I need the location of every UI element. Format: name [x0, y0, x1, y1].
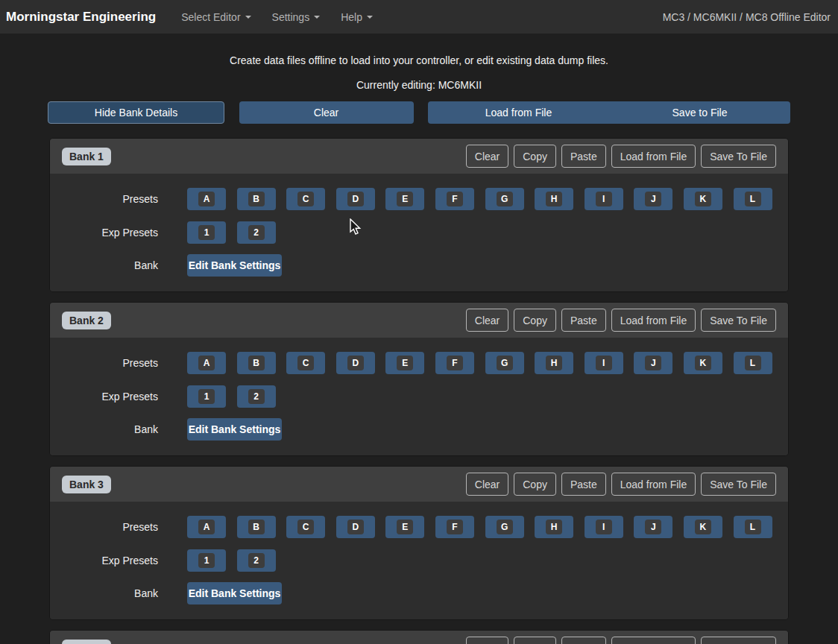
bank-load-from-file-button[interactable]: Load from File	[611, 473, 696, 496]
bank-save-to-file-button[interactable]: Save To File	[701, 145, 776, 168]
bank-section: Bank 3ClearCopyPasteLoad from FileSave T…	[49, 466, 789, 620]
bank-clear-button[interactable]: Clear	[466, 637, 508, 644]
preset-button-b[interactable]: B	[237, 516, 276, 538]
exp-preset-button-1[interactable]: 1	[187, 221, 226, 244]
bank-copy-button[interactable]: Copy	[514, 473, 556, 496]
bank-settings-row: BankEdit Bank Settings	[50, 582, 776, 604]
bank-save-to-file-button[interactable]: Save To File	[701, 637, 776, 644]
preset-button-b[interactable]: B	[237, 188, 276, 210]
bank-clear-button[interactable]: Clear	[466, 473, 508, 496]
menu-settings[interactable]: Settings	[272, 11, 321, 23]
bank-load-from-file-button[interactable]: Load from File	[611, 637, 696, 644]
preset-button-k[interactable]: K	[684, 516, 722, 538]
edit-bank-settings-button[interactable]: Edit Bank Settings	[187, 254, 282, 277]
preset-key-label: I	[596, 192, 612, 206]
menu-select-editor[interactable]: Select Editor	[181, 11, 251, 23]
bank-copy-button[interactable]: Copy	[514, 309, 556, 332]
bank-load-from-file-button[interactable]: Load from File	[611, 309, 696, 332]
clear-all-button[interactable]: Clear	[239, 101, 414, 124]
bank-load-from-file-button[interactable]: Load from File	[611, 145, 696, 168]
edit-bank-settings-button[interactable]: Edit Bank Settings	[187, 418, 282, 441]
preset-button-k[interactable]: K	[684, 352, 722, 374]
preset-button-c[interactable]: C	[286, 188, 325, 210]
exp-preset-key-label: 2	[248, 553, 265, 568]
bank-copy-button[interactable]: Copy	[514, 637, 556, 644]
bank-save-to-file-button[interactable]: Save To File	[701, 473, 776, 496]
preset-button-i[interactable]: I	[585, 188, 623, 210]
preset-button-b[interactable]: B	[237, 352, 276, 374]
preset-button-d[interactable]: D	[336, 188, 375, 210]
exp-preset-button-2[interactable]: 2	[237, 221, 276, 244]
preset-button-f[interactable]: F	[435, 516, 474, 538]
preset-button-d[interactable]: D	[336, 516, 375, 538]
preset-button-l[interactable]: L	[734, 188, 772, 210]
preset-button-g[interactable]: G	[485, 516, 524, 538]
edit-bank-settings-button[interactable]: Edit Bank Settings	[187, 582, 282, 604]
preset-button-a[interactable]: A	[187, 516, 226, 538]
preset-button-h[interactable]: H	[535, 352, 573, 374]
exp-presets-row: Exp Presets12	[50, 549, 776, 572]
bank-settings-buttons: Edit Bank Settings	[187, 582, 282, 604]
preset-buttons: ABCDEFGHIJKL	[187, 188, 772, 210]
preset-button-e[interactable]: E	[385, 188, 424, 210]
menu-help[interactable]: Help	[341, 11, 373, 23]
preset-button-a[interactable]: A	[187, 352, 226, 374]
preset-key-label: I	[596, 356, 612, 370]
bank-clear-button[interactable]: Clear	[466, 145, 508, 168]
preset-button-i[interactable]: I	[585, 352, 623, 374]
bank-paste-button[interactable]: Paste	[561, 473, 606, 496]
menu-help-label: Help	[341, 11, 362, 23]
preset-button-c[interactable]: C	[286, 516, 325, 538]
preset-button-f[interactable]: F	[435, 188, 474, 210]
preset-button-f[interactable]: F	[435, 352, 474, 374]
preset-button-a[interactable]: A	[187, 188, 226, 210]
preset-button-h[interactable]: H	[535, 188, 573, 210]
preset-button-j[interactable]: J	[634, 352, 672, 374]
preset-button-e[interactable]: E	[385, 352, 424, 374]
exp-preset-button-1[interactable]: 1	[187, 549, 226, 572]
bank-section: Bank 4ClearCopyPasteLoad from FileSave T…	[49, 630, 789, 644]
bank-header: Bank 3ClearCopyPasteLoad from FileSave T…	[50, 467, 788, 502]
bank-actions: ClearCopyPasteLoad from FileSave To File	[466, 637, 776, 644]
preset-button-i[interactable]: I	[585, 516, 623, 538]
preset-button-k[interactable]: K	[684, 188, 722, 210]
bank-copy-button[interactable]: Copy	[514, 145, 556, 168]
preset-key-label: H	[546, 192, 562, 206]
preset-button-c[interactable]: C	[286, 352, 325, 374]
preset-key-label: K	[695, 192, 711, 206]
preset-key-label: C	[297, 192, 314, 206]
bank-paste-button[interactable]: Paste	[561, 637, 606, 644]
preset-button-h[interactable]: H	[535, 516, 573, 538]
hide-bank-details-button[interactable]: Hide Bank Details	[48, 101, 224, 124]
preset-key-label: E	[397, 356, 413, 370]
preset-button-g[interactable]: G	[485, 188, 524, 210]
bank-clear-button[interactable]: Clear	[466, 309, 508, 332]
preset-button-g[interactable]: G	[485, 352, 524, 374]
preset-button-l[interactable]: L	[734, 516, 772, 538]
exp-preset-button-1[interactable]: 1	[187, 385, 226, 408]
preset-key-label: E	[397, 192, 413, 206]
preset-button-d[interactable]: D	[336, 352, 375, 374]
bank-badge: Bank 2	[62, 312, 111, 329]
preset-button-j[interactable]: J	[634, 516, 672, 538]
bank-save-to-file-button[interactable]: Save To File	[701, 309, 776, 332]
preset-button-e[interactable]: E	[385, 516, 424, 538]
exp-presets-label: Exp Presets	[50, 391, 158, 402]
preset-key-label: G	[497, 520, 513, 534]
bank-paste-button[interactable]: Paste	[561, 309, 606, 332]
preset-key-label: F	[447, 192, 463, 206]
save-to-file-button[interactable]: Save to File	[609, 101, 790, 124]
presets-row: PresetsABCDEFGHIJKL	[50, 352, 776, 374]
load-from-file-button[interactable]: Load from File	[428, 101, 609, 124]
exp-preset-button-2[interactable]: 2	[237, 385, 276, 408]
preset-key-label: J	[645, 520, 661, 534]
bank-badge: Bank 3	[62, 476, 111, 493]
bank-settings-row: BankEdit Bank Settings	[50, 418, 776, 441]
exp-preset-button-2[interactable]: 2	[237, 549, 276, 572]
preset-button-l[interactable]: L	[734, 352, 772, 374]
preset-key-label: K	[695, 520, 711, 534]
preset-key-label: F	[447, 356, 463, 370]
preset-button-j[interactable]: J	[634, 188, 672, 210]
intro-text: Create data files offline to load into y…	[0, 54, 838, 66]
bank-paste-button[interactable]: Paste	[561, 145, 606, 168]
